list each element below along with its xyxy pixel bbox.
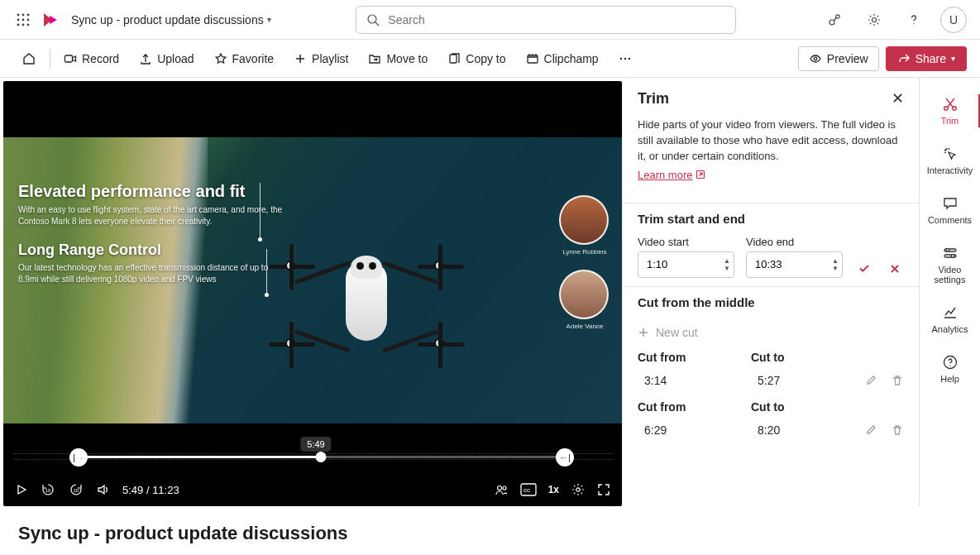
- svg-point-11: [829, 20, 834, 25]
- app-launcher-icon[interactable]: [13, 10, 33, 30]
- edit-cut-button[interactable]: [864, 374, 877, 387]
- cut-row: Cut fromCut to6:298:20: [638, 395, 904, 445]
- video-controls: 10 10 5:49 / 11:23 cc 1x: [3, 473, 622, 506]
- clipchamp-button[interactable]: Clipchamp: [518, 47, 607, 70]
- upload-icon: [139, 52, 152, 65]
- svg-line-10: [375, 22, 379, 26]
- participant-avatar: [559, 270, 609, 319]
- rail-interactivity[interactable]: Interactivity: [920, 136, 980, 185]
- cut-row: Cut fromCut to3:145:27: [638, 346, 904, 395]
- chevron-down-icon: ▾: [951, 54, 955, 63]
- video-start-field[interactable]: [647, 258, 724, 270]
- people-button[interactable]: [494, 482, 509, 497]
- rail-analytics[interactable]: Analytics: [920, 294, 980, 344]
- plus-icon: [638, 327, 649, 338]
- approvals-icon[interactable]: [821, 7, 848, 33]
- home-button[interactable]: [13, 46, 45, 71]
- cut-to-label: Cut to: [751, 351, 851, 364]
- preview-button[interactable]: Preview: [798, 46, 879, 71]
- svg-point-7: [22, 23, 25, 26]
- captions-button[interactable]: cc: [520, 483, 537, 496]
- seek-thumb[interactable]: [316, 452, 327, 462]
- seek-track[interactable]: [76, 456, 566, 458]
- help-icon[interactable]: [901, 7, 927, 33]
- delete-cut-button[interactable]: [891, 374, 904, 387]
- share-button[interactable]: Share▾: [886, 46, 967, 71]
- rail-trim[interactable]: Trim: [920, 86, 980, 136]
- svg-point-20: [628, 57, 629, 59]
- video-end-field[interactable]: [755, 258, 832, 270]
- copyto-button[interactable]: Copy to: [439, 47, 514, 70]
- svg-text:10: 10: [45, 488, 51, 493]
- user-avatar[interactable]: U: [940, 7, 967, 33]
- video-player[interactable]: Elevated performance and fit With an eas…: [3, 81, 622, 506]
- svg-text:cc: cc: [523, 486, 530, 494]
- svg-text:10: 10: [74, 488, 79, 493]
- play-button[interactable]: [15, 483, 28, 496]
- edit-cut-button[interactable]: [864, 423, 877, 437]
- favorite-button[interactable]: Favorite: [206, 47, 283, 70]
- cut-from-label: Cut from: [638, 400, 738, 414]
- close-panel-button[interactable]: ✕: [892, 89, 904, 108]
- record-icon: [64, 52, 77, 65]
- plus-icon: [294, 52, 307, 65]
- settings-gear-icon[interactable]: [861, 7, 887, 33]
- divider: [623, 286, 919, 287]
- search-wrap: [280, 6, 813, 34]
- stream-logo-icon[interactable]: [41, 11, 60, 29]
- learn-more-link[interactable]: Learn more: [638, 169, 705, 181]
- player-settings-button[interactable]: [571, 482, 586, 497]
- divider: [623, 203, 919, 203]
- search-box[interactable]: [356, 6, 736, 34]
- analytics-icon: [942, 304, 958, 321]
- moveto-button[interactable]: Move to: [360, 47, 436, 70]
- volume-button[interactable]: [96, 482, 111, 497]
- rewind-10-button[interactable]: 10: [40, 481, 56, 498]
- svg-rect-17: [528, 55, 538, 63]
- rail-help[interactable]: Help: [920, 344, 980, 394]
- rail-comments[interactable]: Comments: [920, 185, 980, 235]
- playlist-button[interactable]: Playlist: [285, 47, 356, 70]
- video-start-input[interactable]: ▲▼: [638, 251, 734, 278]
- delete-cut-button[interactable]: [891, 423, 904, 437]
- drone-graphic: [275, 229, 457, 378]
- fullscreen-button[interactable]: [597, 483, 610, 496]
- svg-point-0: [17, 13, 20, 16]
- video-frame: Elevated performance and fit With an eas…: [3, 137, 622, 423]
- spinner-buttons[interactable]: ▲▼: [724, 257, 730, 272]
- svg-point-24: [497, 486, 501, 490]
- document-title-dropdown[interactable]: Sync up - product update discussions ▾: [71, 13, 271, 26]
- overlay-heading-1: Elevated performance and fit: [18, 182, 283, 201]
- more-button[interactable]: [610, 47, 640, 70]
- cursor-click-icon: [942, 146, 958, 162]
- svg-point-18: [619, 57, 621, 59]
- cuts-list: Cut fromCut to3:145:27Cut fromCut to6:29…: [638, 346, 904, 445]
- video-end-input[interactable]: ▲▼: [746, 251, 843, 278]
- cancel-trim-button[interactable]: [886, 260, 904, 278]
- spinner-buttons[interactable]: ▲▼: [832, 257, 839, 272]
- video-column: Elevated performance and fit With an eas…: [0, 78, 622, 506]
- overlay-heading-2: Long Range Control: [18, 242, 283, 259]
- svg-point-30: [944, 107, 948, 111]
- app-header: Sync up - product update discussions ▾ U: [0, 0, 980, 40]
- svg-point-9: [368, 15, 376, 23]
- upload-button[interactable]: Upload: [131, 47, 202, 70]
- record-button[interactable]: Record: [55, 47, 127, 70]
- playback-speed-button[interactable]: 1x: [548, 484, 559, 495]
- cut-from-label: Cut from: [638, 351, 738, 364]
- copyto-icon: [447, 52, 461, 65]
- sliders-icon: [942, 245, 958, 261]
- participant-pip-2: Adele Vance: [559, 270, 610, 330]
- star-icon: [214, 52, 227, 65]
- svg-point-2: [27, 13, 30, 16]
- search-input[interactable]: [388, 13, 725, 26]
- new-cut-button[interactable]: New cut: [638, 319, 904, 346]
- video-start-label: Video start: [638, 236, 734, 248]
- forward-10-button[interactable]: 10: [68, 481, 84, 498]
- rail-video-settings[interactable]: Video settings: [920, 235, 980, 294]
- eye-icon: [809, 52, 822, 65]
- confirm-trim-button[interactable]: [854, 258, 874, 278]
- trim-panel: Trim ✕ Hide parts of your video from vie…: [623, 78, 919, 506]
- cut-to-value: 5:27: [751, 371, 851, 390]
- svg-point-25: [503, 486, 506, 490]
